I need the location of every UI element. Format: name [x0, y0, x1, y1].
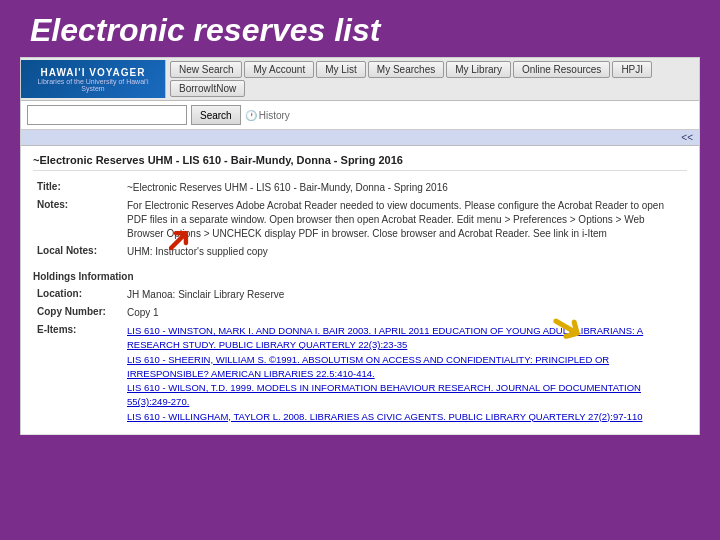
my-library-button[interactable]: My Library — [446, 61, 511, 78]
record-title: ~Electronic Reserves UHM - LIS 610 - Bai… — [33, 154, 687, 171]
borrowitnow-button[interactable]: BorrowItNow — [170, 80, 245, 97]
search-bar: Search 🕐 History — [21, 101, 699, 130]
eitem-link-3[interactable]: LIS 610 - WILSON, T.D. 1999. MODELS IN I… — [127, 381, 683, 410]
location-label: Location: — [33, 286, 123, 304]
logo-title: HAWAI'I VOYAGER — [41, 67, 146, 78]
local-notes-value: UHM: Instructor's supplied copy — [123, 243, 687, 261]
new-search-button[interactable]: New Search — [170, 61, 242, 78]
logo-subtitle: Libraries of the University of Hawai'i S… — [25, 78, 161, 92]
notes-label: Notes: — [33, 197, 123, 243]
table-row: Local Notes: UHM: Instructor's supplied … — [33, 243, 687, 261]
history-label: History — [259, 110, 290, 121]
holdings-table: Location: JH Manoa: Sinclair Library Res… — [33, 286, 687, 426]
nav-bar: HAWAI'I VOYAGER Libraries of the Univers… — [21, 58, 699, 101]
secondary-nav: << — [21, 130, 699, 146]
online-resources-button[interactable]: Online Resources — [513, 61, 610, 78]
eitems-label: E-Items: — [33, 322, 123, 426]
my-list-button[interactable]: My List — [316, 61, 366, 78]
table-row: Location: JH Manoa: Sinclair Library Res… — [33, 286, 687, 304]
location-value: JH Manoa: Sinclair Library Reserve — [123, 286, 687, 304]
table-row: Notes: For Electronic Reserves Adobe Acr… — [33, 197, 687, 243]
eitems-value: LIS 610 - WINSTON, MARK I. AND DONNA I. … — [123, 322, 687, 426]
eitem-link-4[interactable]: LIS 610 - WILLINGHAM, TAYLOR L. 2008. LI… — [127, 410, 683, 424]
eitem-link-2[interactable]: LIS 610 - SHEERIN, WILLIAM S. ©1991. ABS… — [127, 353, 683, 382]
table-row: Title: ~Electronic Reserves UHM - LIS 61… — [33, 179, 687, 197]
copy-label: Copy Number: — [33, 304, 123, 322]
title-label: Title: — [33, 179, 123, 197]
local-notes-label: Local Notes: — [33, 243, 123, 261]
fields-table: Title: ~Electronic Reserves UHM - LIS 61… — [33, 179, 687, 261]
hpji-button[interactable]: HPJI — [612, 61, 652, 78]
holdings-title: Holdings Information — [33, 271, 687, 282]
search-input[interactable] — [27, 105, 187, 125]
history-link[interactable]: 🕐 History — [245, 110, 290, 121]
main-content: ~Electronic Reserves UHM - LIS 610 - Bai… — [21, 146, 699, 435]
title-value: ~Electronic Reserves UHM - LIS 610 - Bai… — [123, 179, 687, 197]
my-searches-button[interactable]: My Searches — [368, 61, 444, 78]
page-title: Electronic reserves list — [0, 0, 720, 57]
content-wrapper: ➜ ➜ ~Electronic Reserves UHM - LIS 610 -… — [21, 146, 699, 435]
browser-window: HAWAI'I VOYAGER Libraries of the Univers… — [20, 57, 700, 435]
nav-arrows[interactable]: << — [681, 132, 693, 143]
clock-icon: 🕐 — [245, 110, 257, 121]
nav-buttons: New Search My Account My List My Searche… — [166, 58, 699, 100]
logo-area: HAWAI'I VOYAGER Libraries of the Univers… — [21, 60, 166, 98]
my-account-button[interactable]: My Account — [244, 61, 314, 78]
search-button[interactable]: Search — [191, 105, 241, 125]
